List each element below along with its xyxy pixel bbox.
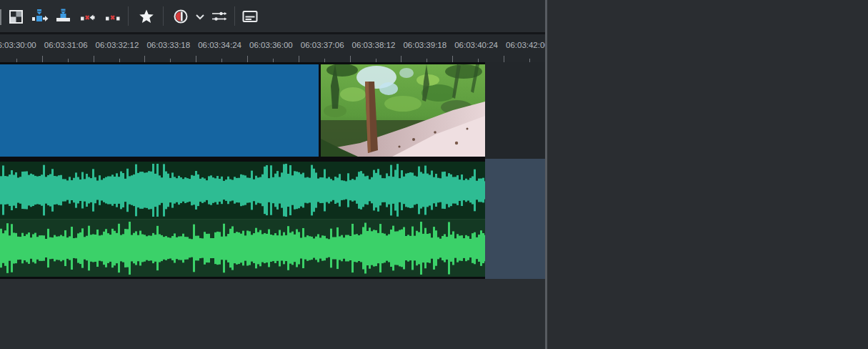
ruler-major-tick (299, 56, 299, 62)
ruler-timecode: 06:03:34:24 (198, 41, 241, 49)
extract-zone-button[interactable] (79, 6, 99, 26)
chevron-down-icon (194, 8, 206, 25)
ruler-timecode: 06:03:33:18 (146, 41, 190, 49)
timeline-preview-button[interactable] (171, 6, 191, 26)
ruler-major-tick (94, 56, 94, 62)
ruler-timecode: 06:03:37:06 (301, 41, 344, 49)
cut-off-toolbar-icon[interactable] (0, 9, 1, 25)
ruler-timecode: 06:03:42:00 (506, 41, 545, 49)
video-clip-body[interactable] (0, 64, 319, 157)
preview-render-icon (172, 8, 189, 25)
ruler-major-tick (196, 56, 196, 62)
timeline-insert-icon (31, 8, 49, 25)
timeline-ruler[interactable]: 06:03:30:0006:03:31:0606:03:32:1206:03:3… (0, 34, 545, 62)
ruler-major-tick (401, 56, 401, 62)
video-track[interactable] (0, 62, 545, 159)
subtitle-icon (241, 8, 259, 25)
toolbar-separator (128, 6, 129, 26)
ruler-timecode: 06:03:39:18 (403, 41, 447, 49)
timeline-toolbar (0, 0, 545, 32)
ruler-major-tick (144, 56, 145, 62)
toolbar-separator (163, 6, 164, 26)
audio-waveform (0, 162, 485, 277)
checkerboard-icon (7, 8, 24, 25)
ruler-timecode: 06:03:31:06 (44, 41, 88, 49)
timeline-lift-icon (104, 8, 121, 25)
ruler-major-tick (42, 56, 43, 62)
star-icon (138, 8, 155, 25)
toolbar-separator (234, 6, 235, 26)
timeline-extract-icon (80, 8, 97, 25)
video-editor-window: 06:03:30:0006:03:31:0606:03:32:1206:03:3… (0, 0, 868, 349)
timeline-pane: 06:03:30:0006:03:31:0606:03:32:1206:03:3… (0, 0, 545, 349)
favorite-effects-button[interactable] (136, 6, 156, 26)
ruler-major-tick (452, 56, 453, 62)
ruler-major-tick (350, 56, 351, 62)
timeline-tracks-area (0, 62, 545, 349)
overwrite-zone-button[interactable] (54, 6, 74, 26)
ruler-timecode: 06:03:38:12 (352, 41, 396, 49)
ruler-major-tick (247, 56, 248, 62)
track-compositing-button[interactable] (6, 6, 26, 26)
ruler-timecode: 06:03:36:00 (249, 41, 293, 49)
video-clip[interactable] (0, 62, 485, 159)
video-clip-thumbnail-forest[interactable] (321, 64, 485, 157)
lift-zone-button[interactable] (103, 6, 123, 26)
ruler-timecode: 06:03:40:24 (454, 41, 498, 49)
sliders-icon (211, 8, 228, 25)
right-panel (547, 0, 868, 349)
insert-zone-button[interactable] (30, 6, 50, 26)
timeline-overwrite-icon (55, 8, 72, 25)
ruler-timecode: 06:03:30:00 (0, 41, 36, 49)
audio-track[interactable] (0, 159, 545, 279)
subtitles-button[interactable] (240, 6, 260, 26)
preview-options-button[interactable] (192, 6, 208, 26)
mixer-button[interactable] (209, 6, 229, 26)
audio-clip[interactable] (0, 159, 485, 279)
ruler-major-tick (504, 56, 504, 62)
timeline-empty-area[interactable] (0, 279, 545, 349)
ruler-timecode: 06:03:32:12 (96, 41, 139, 49)
